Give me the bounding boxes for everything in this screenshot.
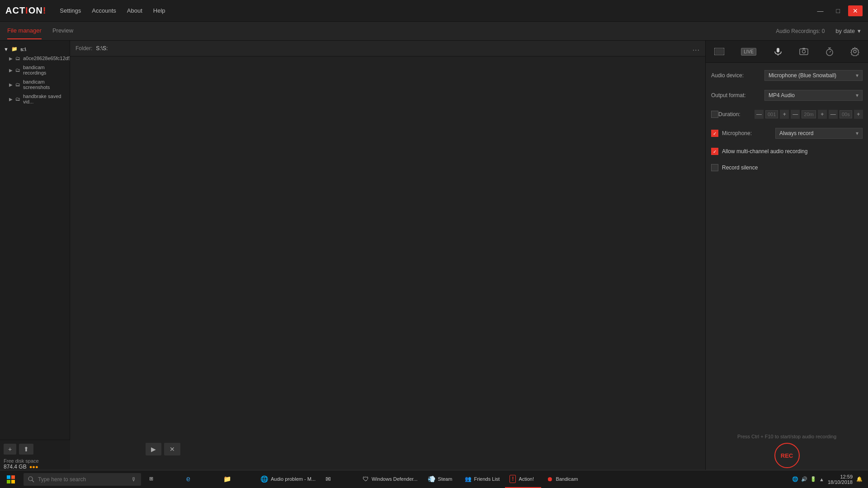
nav-about[interactable]: About (127, 7, 142, 14)
duration-plus1-button[interactable]: + (780, 110, 789, 119)
sidebar-folder-icon: 🗂 (15, 56, 20, 61)
multi-channel-label: Allow multi-channel audio recording (722, 148, 807, 155)
steam-icon: 💨 (428, 475, 435, 483)
sidebar-folder-icon-2: 🗂 (15, 67, 20, 73)
panel-settings: Audio device: Microphone (Blue Snowball)… (706, 63, 868, 428)
taskbar-friends-label: Friends List (474, 476, 500, 482)
taskbar-app-email[interactable]: ✉ (321, 471, 357, 488)
window-controls: — □ ✕ (813, 5, 863, 16)
duration-minus1-button[interactable]: — (755, 110, 764, 119)
sidebar-tree: ▼ 📁 s:\ ▶ 🗂 a0ce28628e65fc12d5 ▶ 🗂 bandi… (0, 41, 70, 110)
play-button[interactable]: ▶ (146, 443, 161, 455)
sidebar-item[interactable]: ▶ 🗂 bandicam screenshots (0, 77, 70, 92)
rec-button[interactable]: REC (774, 443, 800, 468)
audio-recording-icon[interactable] (768, 44, 788, 59)
record-silence-row: Record silence (711, 164, 863, 171)
notification-icon[interactable]: 🔔 (856, 476, 863, 482)
tab-bar-right: Audio Recordings: 0 by date ▾ (776, 28, 861, 34)
multi-channel-checkbox[interactable] (711, 148, 718, 155)
timer-icon[interactable] (820, 44, 839, 59)
disk-label: Free disk space (4, 458, 66, 464)
taskbar-app-action[interactable]: ! Action! (505, 471, 541, 488)
search-input[interactable] (38, 476, 127, 483)
microphone-search-icon: 🎙 (131, 476, 137, 483)
rec-hint: Press Ctrl + F10 to start/stop audio rec… (737, 434, 836, 439)
title-bar: ACTION! Settings Accounts About Help — □… (0, 0, 868, 22)
time: 12:59 (828, 474, 853, 479)
sidebar-item[interactable]: ▶ 🗂 a0ce28628e65fc12d5 (0, 54, 70, 63)
microphone-dropdown[interactable]: Always record ▾ (775, 128, 863, 139)
tab-file-manager[interactable]: File manager (7, 23, 42, 39)
playback-controls: ▶ ✕ (140, 439, 186, 459)
sort-label: by date (835, 28, 855, 34)
duration-controls: — 001 + — 20m + — 00s + (755, 110, 863, 119)
more-options-icon[interactable]: ... (693, 44, 700, 52)
live-streaming-icon[interactable]: LIVE (736, 45, 762, 58)
explorer-icon: 📁 (223, 475, 231, 483)
root-expand-icon: ▼ (4, 47, 9, 52)
sidebar-item-label: a0ce28628e65fc12d5 (23, 56, 70, 61)
action-icon: ! (509, 475, 516, 483)
microphone-value: Always record (779, 130, 813, 136)
sidebar-item[interactable]: ▶ 🗂 bandicam recordings (0, 63, 70, 77)
screen-record-icon[interactable] (709, 45, 730, 58)
screenshot-icon[interactable] (794, 45, 814, 58)
duration-plus2-button[interactable]: + (818, 110, 827, 119)
tray-expand-icon[interactable]: ▲ (819, 477, 824, 482)
sidebar-item[interactable]: ▶ 🗂 handbrake saved vid... (0, 92, 70, 106)
maximize-button[interactable]: □ (832, 5, 844, 16)
start-button[interactable] (0, 470, 22, 488)
edge-icon: e (186, 475, 190, 483)
folder-path: S:\S: (96, 45, 108, 52)
taskbar-app-friends[interactable]: 👥 Friends List (460, 471, 505, 488)
time-display: 12:59 18/10/2018 (828, 474, 853, 485)
svg-rect-6 (802, 48, 805, 49)
output-format-dropdown[interactable]: MP4 Audio ▾ (764, 90, 863, 101)
nav-accounts[interactable]: Accounts (92, 7, 116, 14)
taskbar-app-edge[interactable]: e (182, 471, 218, 488)
content-area: Folder: S:\S: ... ▶ ✕ (70, 41, 705, 474)
taskbar-app-defender[interactable]: 🛡 Windows Defender... (358, 471, 422, 488)
taskbar-app-steam[interactable]: 💨 Steam (423, 471, 459, 488)
svg-point-16 (28, 477, 33, 481)
tab-preview[interactable]: Preview (52, 23, 73, 39)
taskbar-app-explorer[interactable]: 📁 (219, 471, 255, 488)
duration-row: Duration: — 001 + — 20m + — 00s + (711, 110, 863, 119)
audio-device-row: Audio device: Microphone (Blue Snowball)… (711, 70, 863, 81)
folder-icon: ▶ (9, 56, 13, 61)
nav-settings[interactable]: Settings (60, 7, 81, 14)
sidebar-root[interactable]: ▼ 📁 s:\ (0, 44, 70, 54)
audio-device-dropdown[interactable]: Microphone (Blue Snowball) ▾ (764, 70, 863, 81)
nav-help[interactable]: Help (153, 7, 165, 14)
sidebar-item-label-3: bandicam screenshots (23, 79, 66, 90)
sidebar: ▼ 📁 s:\ ▶ 🗂 a0ce28628e65fc12d5 ▶ 🗂 bandi… (0, 41, 70, 474)
duration-minus2-button[interactable]: — (791, 110, 800, 119)
folder-label: Folder: (75, 45, 92, 52)
minimize-button[interactable]: — (813, 5, 828, 16)
logo-accent: I (25, 5, 28, 15)
taskbar-app-bandicam[interactable]: ⏺ Bandicam (542, 471, 582, 488)
duration-val1: 001 (765, 110, 778, 118)
duration-checkbox[interactable] (711, 111, 718, 118)
settings-panel-icon[interactable] (845, 44, 865, 59)
duration-val3: 00s (840, 110, 852, 118)
root-folder-icon: 📁 (11, 46, 18, 52)
taskbar-search[interactable]: 🎙 (24, 473, 141, 486)
upload-button[interactable]: ⬆ (19, 444, 33, 455)
svg-rect-14 (7, 480, 10, 483)
add-folder-button[interactable]: + (4, 444, 16, 455)
sort-dropdown[interactable]: by date ▾ (835, 28, 861, 34)
close-button[interactable]: ✕ (848, 5, 863, 16)
bandicam-icon: ⏺ (547, 475, 553, 483)
taskbar-app-view[interactable]: ⊞ (145, 471, 181, 488)
content-header: Folder: S:\S: ... (70, 41, 705, 56)
record-silence-checkbox[interactable] (711, 164, 718, 171)
duration-minus3-button[interactable]: — (829, 110, 838, 119)
microphone-checkbox[interactable] (711, 130, 718, 137)
duration-plus3-button[interactable]: + (854, 110, 863, 119)
format-dropdown-arrow-icon: ▾ (856, 92, 859, 99)
stop-button[interactable]: ✕ (164, 443, 180, 455)
taskbar-app-chrome[interactable]: 🌐 Audio problem - M... (256, 471, 320, 488)
svg-point-11 (854, 50, 856, 53)
logo-exclaim: ! (43, 5, 47, 15)
